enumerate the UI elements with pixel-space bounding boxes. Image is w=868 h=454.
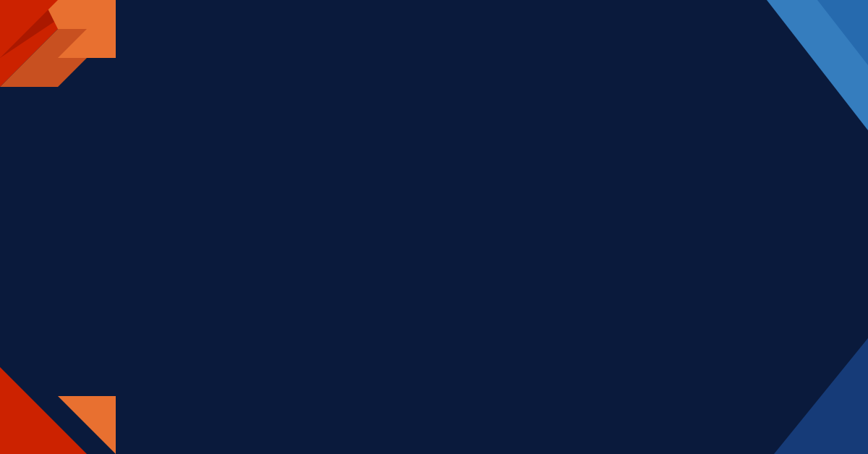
svg-marker-7	[774, 338, 868, 454]
corner-decoration-top-left	[0, 0, 116, 116]
svg-marker-1	[0, 0, 87, 58]
svg-marker-2	[43, 0, 116, 29]
corner-decoration-bottom-left	[0, 116, 116, 232]
